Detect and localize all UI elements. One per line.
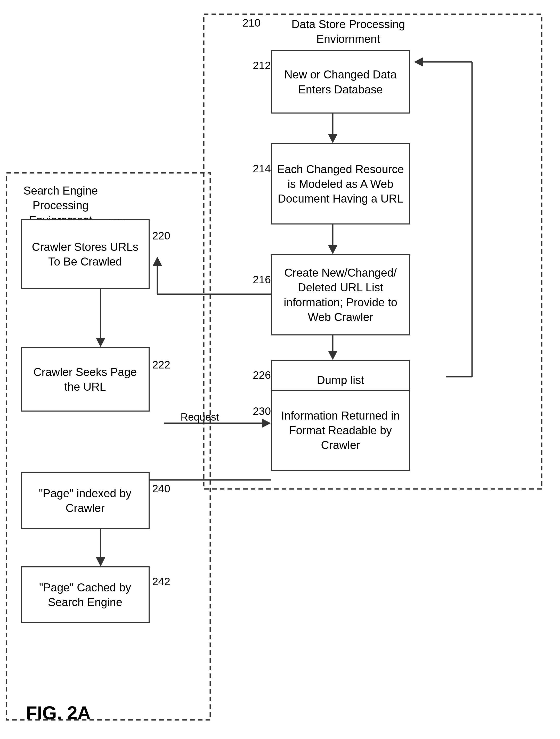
svg-marker-5 bbox=[328, 245, 337, 254]
figure-label: FIG. 2A bbox=[26, 702, 91, 724]
box-240: "Page" indexed by Crawler bbox=[21, 472, 150, 529]
request-label: Request bbox=[181, 410, 219, 424]
ref-226: 226 bbox=[253, 369, 271, 382]
svg-marker-18 bbox=[262, 419, 271, 428]
svg-marker-14 bbox=[153, 257, 162, 266]
ref-210: 210 bbox=[242, 17, 260, 29]
box-214: Each Changed Resource is Modeled as A We… bbox=[271, 143, 410, 225]
ref-212: 212 bbox=[253, 59, 271, 72]
diagram-container: Data Store Processing Enviornment 210 Ne… bbox=[0, 0, 560, 739]
ref-240: 240 bbox=[152, 482, 170, 495]
box-230: Information Returned in Format Readable … bbox=[271, 390, 410, 471]
box-212: New or Changed Data Enters Database bbox=[271, 50, 410, 114]
svg-marker-7 bbox=[328, 351, 337, 360]
svg-marker-11 bbox=[414, 57, 423, 66]
ref-242: 242 bbox=[152, 575, 170, 588]
ref-216: 216 bbox=[253, 274, 271, 286]
ref-214: 214 bbox=[253, 163, 271, 175]
svg-marker-23 bbox=[96, 557, 105, 566]
ref-222: 222 bbox=[152, 359, 170, 371]
box-220: Crawler Stores URLs To Be Crawled bbox=[21, 219, 150, 289]
svg-marker-3 bbox=[328, 134, 337, 143]
data-store-label: Data Store Processing Enviornment bbox=[271, 17, 426, 46]
ref-230: 230 bbox=[253, 405, 271, 418]
box-242: "Page" Cached by Search Engine bbox=[21, 566, 150, 623]
svg-marker-16 bbox=[96, 338, 105, 347]
ref-220: 220 bbox=[152, 230, 170, 242]
box-222: Crawler Seeks Page the URL bbox=[21, 347, 150, 412]
box-216: Create New/Changed/ Deleted URL List inf… bbox=[271, 254, 410, 335]
